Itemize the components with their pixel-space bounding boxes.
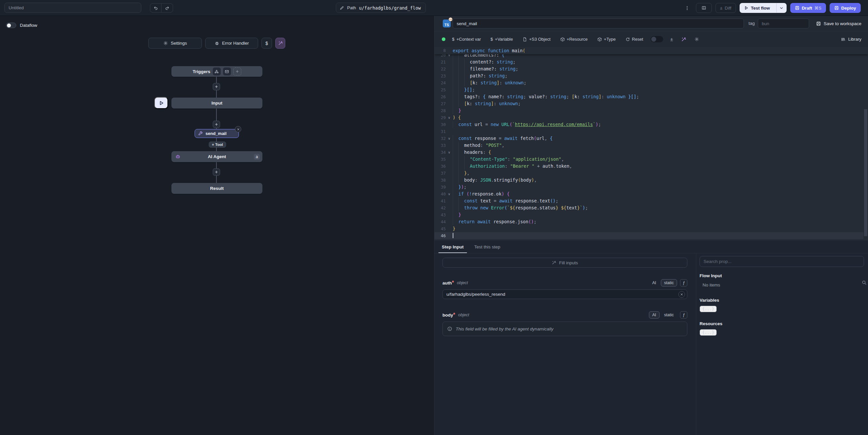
node-input[interactable]: Input bbox=[172, 98, 262, 108]
reset-button[interactable]: Reset bbox=[625, 37, 643, 42]
tab-step-input[interactable]: Step Input bbox=[441, 241, 464, 253]
test-flow-button[interactable]: Test flow bbox=[740, 3, 774, 12]
step-name-input[interactable] bbox=[453, 19, 744, 28]
add-variable-button[interactable]: $ +Variable bbox=[490, 37, 513, 42]
code-token: ] bbox=[491, 101, 494, 106]
auth-mode-static-button[interactable]: static bbox=[661, 279, 677, 286]
editor-toggle[interactable] bbox=[651, 36, 663, 42]
tab-test-this-step[interactable]: Test this step bbox=[473, 241, 501, 253]
code-line-33[interactable]: 33 method: "POST", bbox=[434, 142, 863, 149]
insert-step-button-top[interactable] bbox=[213, 83, 220, 90]
diff-button[interactable]: ± Diff bbox=[715, 3, 736, 13]
code-line-30[interactable]: 30 const url = new URL(`https://api.rese… bbox=[434, 121, 863, 128]
clear-auth-button[interactable] bbox=[678, 291, 685, 298]
insert-step-button-middle[interactable] bbox=[213, 121, 220, 128]
tag-input[interactable] bbox=[758, 19, 809, 28]
code-line-8[interactable]: 8export async function main( bbox=[434, 47, 868, 54]
ai-assistant-button[interactable] bbox=[275, 38, 285, 49]
flow-settings-button[interactable]: Settings bbox=[148, 38, 202, 49]
add-s3-object-button[interactable]: +S3 Object bbox=[523, 37, 551, 42]
docs-button[interactable] bbox=[696, 3, 712, 13]
auth-expression-button[interactable]: ƒ bbox=[680, 279, 687, 286]
undo-button[interactable] bbox=[150, 4, 161, 12]
add-tool-button[interactable]: + Tool bbox=[209, 142, 226, 148]
body-expression-button[interactable]: ƒ bbox=[680, 311, 687, 318]
prop-search-input[interactable] bbox=[700, 256, 864, 267]
node-send-mail-tool[interactable]: send_mail bbox=[194, 129, 239, 138]
dataflow-toggle[interactable] bbox=[6, 23, 16, 28]
code-token: ` bbox=[512, 122, 515, 127]
code-line-31[interactable]: 31 bbox=[434, 128, 863, 135]
deploy-button[interactable]: Deploy bbox=[830, 3, 861, 13]
draft-button[interactable]: Draft ⌘S bbox=[790, 3, 826, 13]
search-icon[interactable] bbox=[861, 280, 867, 286]
code-token: ( bbox=[534, 136, 536, 141]
editor-settings-button[interactable] bbox=[694, 37, 699, 42]
code-line-40[interactable]: 40∨ if (!response.ok) { bbox=[434, 190, 863, 197]
plus-minus-icon: ± bbox=[720, 6, 722, 10]
code-line-27[interactable]: 27 [k: string]: unknown; bbox=[434, 100, 863, 107]
more-menu-button[interactable] bbox=[682, 3, 692, 13]
code-line-36[interactable]: 36 Authorization: "Bearer " + auth.token… bbox=[434, 163, 863, 170]
run-input-button[interactable] bbox=[154, 97, 168, 109]
webhook-trigger-icon[interactable] bbox=[213, 67, 221, 75]
flow-summary-input[interactable] bbox=[4, 3, 141, 13]
add-type-button[interactable]: +Type bbox=[597, 37, 616, 42]
code-line-21[interactable]: 21 content?: string; bbox=[434, 59, 863, 65]
code-token: ; bbox=[566, 94, 571, 99]
node-ai-agent[interactable]: AI Agent a bbox=[172, 151, 262, 162]
test-flow-dropdown[interactable] bbox=[776, 3, 786, 12]
code-line-44[interactable]: 44 return await response.json(); bbox=[434, 218, 863, 225]
code-line-22[interactable]: 22 filename?: string; bbox=[434, 65, 863, 72]
redo-button[interactable] bbox=[161, 4, 173, 12]
error-handler-button[interactable]: Error Handler bbox=[205, 38, 258, 49]
fold-chevron-icon[interactable]: ∨ bbox=[446, 149, 453, 156]
code-editor[interactable]: 20∨ attachments?: {21 content?: string;2… bbox=[434, 47, 868, 241]
body-mode-ai-button[interactable]: AI bbox=[649, 311, 659, 318]
ai-generate-button[interactable] bbox=[681, 37, 686, 42]
code-line-42[interactable]: 42 throw new Error(`${response.status} $… bbox=[434, 205, 863, 211]
gutter: 39 bbox=[434, 184, 453, 190]
code-line-39[interactable]: 39 }); bbox=[434, 184, 863, 190]
flow-path-field[interactable]: Path u/farhadglbs/grand_flow bbox=[336, 3, 426, 13]
code-line-43[interactable]: 43 } bbox=[434, 211, 863, 218]
body-mode-static-button[interactable]: static bbox=[661, 311, 677, 318]
code-line-26[interactable]: 26 tags?: { name?: string; value?: strin… bbox=[434, 93, 863, 100]
code-line-29[interactable]: 29∨) { bbox=[434, 114, 863, 121]
add-trigger-button[interactable] bbox=[233, 67, 241, 75]
auth-mode-ai-button[interactable]: AI bbox=[649, 279, 659, 286]
code-line-35[interactable]: 35 "Content-Type": "application/json", bbox=[434, 156, 863, 163]
code-line-24[interactable]: 24 [k: string]: unknown; bbox=[434, 80, 863, 86]
add-resource-button[interactable]: +Resource bbox=[560, 37, 588, 42]
code-line-34[interactable]: 34∨ headers: { bbox=[434, 149, 863, 156]
email-trigger-icon[interactable] bbox=[223, 67, 231, 75]
save-icon bbox=[816, 21, 821, 26]
diff-mode-button[interactable]: ± bbox=[671, 36, 673, 42]
node-triggers[interactable]: Triggers bbox=[172, 66, 262, 77]
code-line-32[interactable]: 32∨ const response = await fetch(url, { bbox=[434, 135, 863, 142]
code-line-28[interactable]: 28 } bbox=[434, 107, 863, 114]
fold-chevron-icon[interactable]: ∨ bbox=[446, 190, 453, 197]
code-line-38[interactable]: 38 body: JSON.stringify(body), bbox=[434, 177, 863, 184]
fold-gutter bbox=[446, 65, 453, 72]
code-line-23[interactable]: 23 path?: string; bbox=[434, 72, 863, 80]
auth-resource-input[interactable] bbox=[442, 289, 687, 299]
context-variables-button[interactable]: $ bbox=[261, 38, 272, 49]
remove-tool-button[interactable] bbox=[235, 126, 241, 132]
save-to-workspace-button[interactable]: Save to workspace bbox=[816, 16, 861, 31]
resources-object-badge[interactable]: {...} bbox=[700, 329, 717, 336]
insert-step-button-bottom[interactable] bbox=[213, 168, 220, 176]
node-result[interactable]: Result bbox=[172, 183, 262, 194]
add-context-var-button[interactable]: $ +Context var bbox=[452, 37, 481, 42]
fold-chevron-icon[interactable]: ∨ bbox=[446, 114, 453, 121]
library-button[interactable]: Library bbox=[841, 37, 861, 42]
fold-chevron-icon[interactable]: ∨ bbox=[446, 135, 453, 142]
code-line-45[interactable]: 45} bbox=[434, 225, 863, 232]
code-line-46[interactable]: 46 bbox=[434, 232, 863, 239]
code-line-41[interactable]: 41 const text = await response.text(); bbox=[434, 197, 863, 205]
variables-object-badge[interactable]: {...} bbox=[700, 306, 717, 312]
code-line-25[interactable]: 25 }[]; bbox=[434, 86, 863, 93]
editor-scrollbar[interactable] bbox=[864, 109, 867, 236]
code-line-37[interactable]: 37 }, bbox=[434, 170, 863, 177]
fill-inputs-button[interactable]: Fill inputs bbox=[442, 258, 687, 268]
